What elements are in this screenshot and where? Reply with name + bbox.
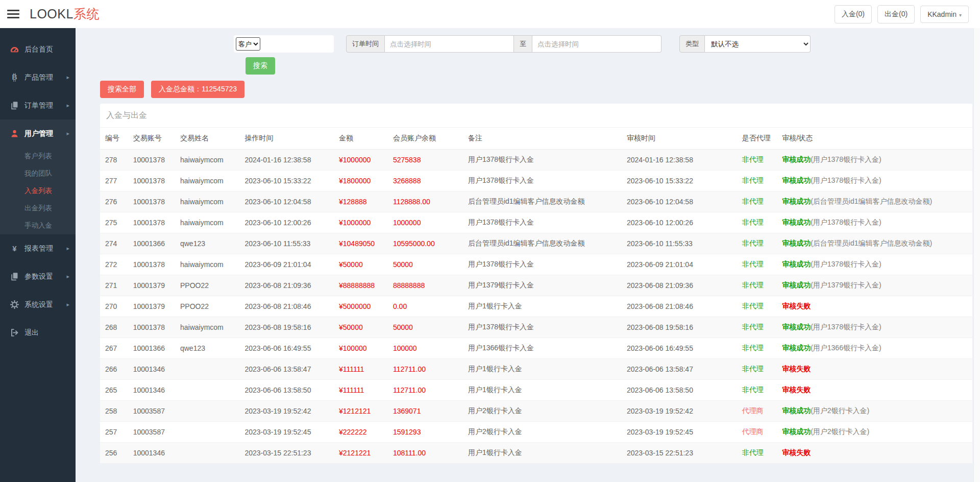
sidebar-item-label: 参数设置 — [24, 272, 66, 281]
cell-name — [175, 422, 239, 443]
sidebar-item[interactable]: 退出 — [0, 319, 76, 347]
cell-remark: 用户1378银行卡入金 — [463, 254, 622, 275]
keyword-filter-group: 客户 — [234, 35, 334, 53]
table-row: 276 10001378 haiwaiymcom 2023-06-10 12:0… — [100, 191, 972, 212]
cell-account: 10001346 — [128, 359, 175, 380]
field-type-select[interactable]: 客户 — [236, 37, 260, 51]
table-row: 272 10001378 haiwaiymcom 2023-06-09 21:0… — [100, 254, 972, 275]
cell-agent: 非代理 — [737, 443, 777, 464]
user-menu-label: KKadmin — [927, 10, 957, 18]
deposit-withdraw-panel: 入金与出金 编号交易账号交易姓名操作时间金额会员账户余额备注审核时间是否代理审核… — [100, 104, 972, 464]
cell-status: 审核成功(用户1378银行卡入金) — [777, 171, 972, 191]
table-row: 274 10001366 qwe123 2023-06-10 11:55:33 … — [100, 233, 972, 254]
search-all-button[interactable]: 搜索全部 — [100, 81, 144, 98]
cell-status: 审核失败 — [777, 380, 972, 401]
type-select[interactable]: 默认不选 — [705, 35, 811, 53]
status-note: (用户1378银行卡入金) — [811, 155, 881, 163]
sidebar-subitem[interactable]: 我的团队 — [0, 165, 76, 182]
cell-remark: 用户1378银行卡入金 — [463, 150, 622, 171]
cell-balance: 100000 — [388, 338, 463, 359]
status-text: 审核成功 — [782, 260, 811, 268]
cell-op-time: 2023-03-19 19:52:42 — [239, 401, 334, 422]
status-text: 审核失败 — [782, 302, 811, 310]
status-note: (后台管理员id1编辑客户信息改动金额) — [811, 197, 932, 205]
cell-audit-time: 2023-06-10 12:00:26 — [622, 212, 737, 233]
cell-op-time: 2023-06-08 21:09:36 — [239, 275, 334, 296]
cell-status: 审核成功(用户1366银行卡入金) — [777, 338, 972, 359]
table-row: 270 10001379 PPOO22 2023-06-08 21:08:46 … — [100, 296, 972, 317]
files-icon — [10, 272, 19, 281]
cell-balance: 3268888 — [388, 171, 463, 191]
cell-remark: 后台管理员id1编辑客户信息改动金额 — [463, 233, 622, 254]
start-time-input[interactable] — [385, 35, 514, 53]
sidebar-subitem-label: 入金列表 — [24, 186, 52, 196]
cell-balance: 1591293 — [388, 422, 463, 443]
cell-account: 10003587 — [128, 422, 175, 443]
cell-remark: 用户1379银行卡入金 — [463, 275, 622, 296]
cell-audit-time: 2023-06-09 21:01:04 — [622, 254, 737, 275]
chevron-right-icon: ▸ — [66, 301, 69, 308]
cell-account: 10001379 — [128, 296, 175, 317]
vertical-scrollbar[interactable] — [973, 0, 980, 482]
deposit-count-button[interactable]: 入金(0) — [835, 5, 872, 23]
cell-agent: 非代理 — [737, 296, 777, 317]
cell-amount: ¥2121221 — [334, 443, 388, 464]
status-note: (用户2银行卡入金) — [811, 427, 869, 436]
logo-text: LOOKL — [30, 7, 74, 21]
cell-id: 256 — [100, 443, 128, 464]
sidebar-subitem[interactable]: 出金列表 — [0, 200, 76, 217]
cell-status: 审核成功(用户1378银行卡入金) — [777, 317, 972, 338]
logout-icon — [10, 328, 19, 338]
end-time-input[interactable] — [532, 35, 662, 53]
cell-name: PPOO22 — [175, 296, 239, 317]
sidebar-subitem[interactable]: 客户列表 — [0, 148, 76, 165]
keyword-input[interactable] — [261, 38, 332, 50]
cell-balance: 1369071 — [388, 401, 463, 422]
status-text: 审核成功 — [782, 239, 811, 247]
table-row: 278 10001378 haiwaiymcom 2024-01-16 12:3… — [100, 150, 972, 171]
user-menu-button[interactable]: KKadmin▾ — [920, 6, 969, 23]
cell-account: 10001378 — [128, 212, 175, 233]
sidebar-item[interactable]: 参数设置 ▸ — [0, 262, 76, 291]
hamburger-menu-icon[interactable] — [7, 8, 19, 20]
cell-balance: 1128888.00 — [388, 191, 463, 212]
status-note: (用户1366银行卡入金) — [811, 344, 881, 352]
cell-remark: 用户1366银行卡入金 — [463, 338, 622, 359]
table-row: 277 10001378 haiwaiymcom 2023-06-10 15:3… — [100, 171, 972, 191]
cell-amount: ¥222222 — [334, 422, 388, 443]
cell-balance: 0.00 — [388, 296, 463, 317]
table-row: 266 10001346 2023-06-06 13:58:47 ¥111111… — [100, 359, 972, 380]
status-text: 审核失败 — [782, 448, 811, 456]
table-row: 275 10001378 haiwaiymcom 2023-06-10 12:0… — [100, 212, 972, 233]
sidebar-item[interactable]: 用户管理 ▸ — [0, 119, 76, 148]
cell-audit-time: 2023-06-10 11:55:33 — [622, 233, 737, 254]
sidebar-item[interactable]: ¥ 报表管理 ▸ — [0, 234, 76, 262]
sidebar-item[interactable]: B 产品管理 ▸ — [0, 63, 76, 91]
cell-id: 272 — [100, 254, 128, 275]
sidebar-subitem[interactable]: 手动入金 — [0, 217, 76, 234]
cell-balance: 112711.00 — [388, 359, 463, 380]
sidebar-subitem[interactable]: 入金列表 — [0, 182, 76, 200]
search-button[interactable]: 搜索 — [246, 57, 275, 75]
cell-audit-time: 2023-06-06 16:49:55 — [622, 338, 737, 359]
cell-op-time: 2024-01-16 12:38:58 — [239, 150, 334, 171]
chevron-right-icon: ▸ — [66, 130, 69, 137]
cell-agent: 非代理 — [737, 380, 777, 401]
column-header: 金额 — [334, 128, 388, 150]
cell-amount: ¥100000 — [334, 338, 388, 359]
sidebar-item[interactable]: 系统设置 ▸ — [0, 291, 76, 319]
sidebar-item[interactable]: 后台首页 — [0, 35, 76, 63]
cell-status: 审核成功(用户1379银行卡入金) — [777, 275, 972, 296]
withdraw-count-button[interactable]: 出金(0) — [877, 5, 915, 23]
cell-audit-time: 2023-06-10 12:04:58 — [622, 191, 737, 212]
table-header-row: 编号交易账号交易姓名操作时间金额会员账户余额备注审核时间是否代理审核/状态 — [100, 128, 972, 150]
to-label: 至 — [514, 35, 532, 53]
column-header: 操作时间 — [239, 128, 334, 150]
cell-op-time: 2023-06-10 15:33:22 — [239, 171, 334, 191]
cell-audit-time: 2024-01-16 12:38:58 — [622, 150, 737, 171]
table-row: 268 10001378 haiwaiymcom 2023-06-08 19:5… — [100, 317, 972, 338]
column-header: 是否代理 — [737, 128, 777, 150]
cell-amount: ¥1800000 — [334, 171, 388, 191]
sidebar-subitem-label: 出金列表 — [24, 204, 52, 213]
sidebar-item[interactable]: 订单管理 ▸ — [0, 91, 76, 119]
